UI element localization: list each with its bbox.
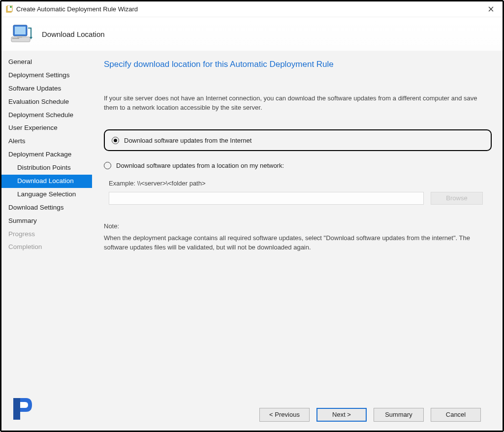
network-path-row: Browse [104, 192, 492, 205]
header-title: Download Location [42, 30, 105, 38]
brand-logo [8, 395, 36, 423]
main-area: General Deployment Settings Software Upd… [1, 51, 503, 431]
sidebar-item-alerts[interactable]: Alerts [1, 135, 92, 148]
wizard-window: Create Automatic Deployment Rule Wizard … [0, 0, 504, 432]
example-label: Example: \\<server>\<folder path> [104, 180, 492, 187]
intro-text: If your site server does not have an Int… [104, 94, 492, 113]
sidebar-item-download-location[interactable]: Download Location [1, 175, 92, 188]
note-heading: Note: [104, 222, 492, 230]
svg-rect-6 [12, 38, 19, 39]
sidebar-item-user-experience[interactable]: User Experience [1, 122, 92, 135]
note-body: When the deployment package contains all… [104, 234, 492, 252]
sidebar-item-software-updates[interactable]: Software Updates [1, 82, 92, 95]
previous-button[interactable]: < Previous [259, 408, 310, 422]
radio-icon [112, 137, 119, 144]
content-pane: Specify download location for this Autom… [92, 51, 503, 431]
sidebar-item-language-selection[interactable]: Language Selection [1, 188, 92, 201]
radio-icon [104, 162, 111, 169]
sidebar-item-deployment-settings[interactable]: Deployment Settings [1, 69, 92, 82]
header-strip: Download Location [1, 17, 503, 51]
wizard-sidebar: General Deployment Settings Software Upd… [1, 51, 92, 431]
sidebar-item-download-settings[interactable]: Download Settings [1, 201, 92, 215]
svg-point-2 [10, 6, 12, 8]
titlebar: Create Automatic Deployment Rule Wizard [1, 1, 503, 17]
radio-network-label: Download software updates from a locatio… [116, 162, 284, 169]
sidebar-item-general[interactable]: General [1, 56, 92, 69]
sidebar-item-evaluation-schedule[interactable]: Evaluation Schedule [1, 95, 92, 109]
network-path-input [109, 192, 424, 205]
sidebar-item-summary[interactable]: Summary [1, 215, 92, 228]
summary-button[interactable]: Summary [374, 408, 424, 422]
wizard-footer: < Previous Next > Summary Cancel [104, 401, 492, 431]
cancel-button[interactable]: Cancel [431, 408, 481, 422]
svg-rect-7 [17, 36, 22, 38]
radio-internet-label: Download software updates from the Inter… [124, 137, 252, 144]
sidebar-item-completion: Completion [1, 241, 92, 254]
close-button[interactable] [481, 2, 501, 16]
sidebar-item-deployment-schedule[interactable]: Deployment Schedule [1, 109, 92, 122]
browse-button: Browse [431, 192, 483, 205]
window-title: Create Automatic Deployment Rule Wizard [16, 5, 481, 13]
wizard-icon [5, 5, 13, 13]
computer-icon [9, 22, 33, 46]
sidebar-item-deployment-package[interactable]: Deployment Package [1, 148, 92, 161]
sidebar-item-distribution-points[interactable]: Distribution Points [1, 161, 92, 175]
radio-internet-highlight: Download software updates from the Inter… [104, 129, 492, 151]
svg-rect-4 [15, 27, 26, 34]
radio-download-internet[interactable]: Download software updates from the Inter… [112, 137, 252, 144]
radio-download-network[interactable]: Download software updates from a locatio… [104, 162, 284, 169]
sidebar-item-progress: Progress [1, 228, 92, 241]
next-button[interactable]: Next > [316, 408, 367, 422]
page-heading: Specify download location for this Autom… [104, 60, 492, 69]
